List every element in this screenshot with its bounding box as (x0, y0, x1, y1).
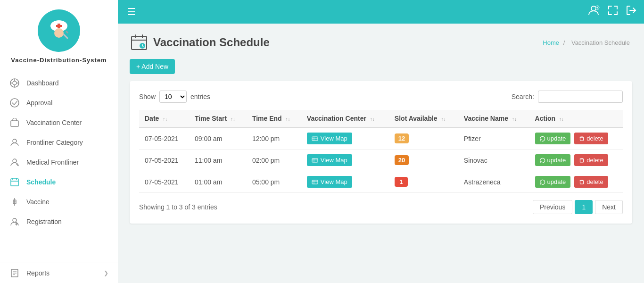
topbar-right (587, 4, 637, 20)
svg-rect-43 (312, 137, 318, 141)
delete-button-0[interactable]: delete (574, 133, 608, 144)
svg-rect-17 (11, 179, 18, 186)
svg-rect-47 (312, 158, 318, 162)
col-date[interactable]: Date ↑↓ (139, 110, 189, 127)
reports-icon (9, 268, 20, 278)
cell-vaccination-center-1: View Map (301, 150, 389, 171)
cell-action-2: update delete (529, 171, 623, 193)
slot-badge-2: 1 (395, 177, 408, 187)
update-button-1[interactable]: update (535, 154, 571, 166)
main-area: ☰ (118, 0, 644, 283)
svg-point-3 (54, 28, 64, 38)
frontliner-category-icon (9, 137, 20, 148)
next-button[interactable]: Next (595, 200, 623, 214)
sort-icon-vaccine-name: ↑↓ (512, 117, 517, 122)
user-settings-icon[interactable] (587, 4, 600, 20)
svg-rect-2 (56, 25, 62, 27)
table-header-row: Date ↑↓ Time Start ↑↓ Time End ↑↓ Vacc (139, 110, 623, 127)
vaccine-icon (9, 197, 20, 207)
page-title: Vaccination Schedule (153, 36, 270, 49)
breadcrumb: Home / Vaccination Schedule (543, 39, 632, 46)
fullscreen-icon[interactable] (607, 5, 619, 19)
dashboard-icon (9, 78, 20, 88)
reports-label: Reports (26, 269, 50, 277)
cell-date-2: 07-05-2021 (139, 171, 189, 193)
page-content: Vaccination Schedule Home / Vaccination … (118, 24, 644, 283)
cell-action-0: update delete (529, 127, 623, 150)
showing-text: Showing 1 to 3 of 3 entries (139, 203, 217, 211)
col-slot-available[interactable]: Slot Available ↑↓ (389, 110, 458, 127)
sidebar-navigation: Dashboard Approval Vaccination Center (0, 68, 118, 236)
cell-vaccination-center-2: View Map (301, 171, 389, 193)
sort-icon-time-start: ↑↓ (231, 117, 235, 122)
sidebar-item-vaccination-center[interactable]: Vaccination Center (0, 113, 118, 133)
cell-time-end-2: 05:00 pm (247, 171, 301, 193)
breadcrumb-home[interactable]: Home (543, 39, 559, 46)
search-section: Search: (512, 91, 623, 103)
search-label: Search: (512, 93, 534, 100)
schedule-icon (9, 177, 20, 187)
update-button-2[interactable]: update (535, 176, 571, 188)
svg-rect-13 (11, 121, 18, 126)
search-input[interactable] (538, 91, 623, 103)
previous-button[interactable]: Previous (533, 200, 572, 214)
page-1-button[interactable]: 1 (575, 200, 593, 214)
col-time-start[interactable]: Time Start ↑↓ (189, 110, 247, 127)
col-vaccination-center[interactable]: Vaccination Center ↑↓ (301, 110, 389, 127)
cell-time-start-2: 01:00 am (189, 171, 247, 193)
logout-icon[interactable] (626, 5, 637, 19)
table-controls: Show 10 25 50 100 entries Search: (139, 91, 623, 103)
sidebar-logo: Vaccine-Distribution-System (6, 0, 111, 68)
svg-point-7 (13, 81, 17, 85)
table-row: 07-05-2021 11:00 am 02:00 pm View Map 20… (139, 150, 623, 171)
approval-icon (9, 98, 20, 108)
sort-icon-action: ↑↓ (559, 117, 564, 122)
sidebar-item-registration[interactable]: Registration (0, 212, 118, 232)
sidebar-item-dashboard[interactable]: Dashboard (0, 73, 118, 93)
update-button-0[interactable]: update (535, 133, 571, 144)
svg-rect-46 (580, 137, 584, 141)
cell-slot-2: 1 (389, 171, 458, 193)
sidebar-item-schedule[interactable]: Schedule (0, 172, 118, 192)
view-map-button-0[interactable]: View Map (307, 133, 352, 144)
slot-badge-0: 12 (395, 133, 409, 143)
table-row: 07-05-2021 01:00 am 05:00 pm View Map 1 … (139, 171, 623, 193)
svg-rect-54 (580, 181, 584, 184)
breadcrumb-separator: / (563, 39, 565, 46)
col-vaccine-name[interactable]: Vaccine Name ↑↓ (458, 110, 529, 127)
cell-slot-0: 12 (389, 127, 458, 150)
registration-icon (9, 216, 20, 227)
sidebar-item-label: Schedule (26, 178, 56, 186)
cell-vaccination-center-0: View Map (301, 127, 389, 150)
slot-badge-1: 20 (395, 155, 409, 165)
hamburger-button[interactable]: ☰ (125, 4, 138, 20)
cell-time-end-0: 12:00 pm (247, 127, 301, 150)
svg-point-15 (13, 159, 17, 163)
cell-vaccine-name-0: Pfizer (458, 127, 529, 150)
sidebar-item-medical-frontliner[interactable]: Medical Frontliner (0, 152, 118, 172)
sidebar-item-reports[interactable]: Reports ❯ (0, 263, 118, 283)
col-action[interactable]: Action ↑↓ (529, 110, 623, 127)
page-header: Vaccination Schedule Home / Vaccination … (130, 33, 632, 52)
table-row: 07-05-2021 09:00 am 12:00 pm View Map 12… (139, 127, 623, 150)
pagination: Previous 1 Next (533, 200, 623, 214)
cell-time-start-1: 11:00 am (189, 150, 247, 171)
sidebar-item-label: Approval (26, 99, 52, 107)
sidebar-item-frontliner-category[interactable]: Frontliner Category (0, 133, 118, 152)
entries-select[interactable]: 10 25 50 100 (159, 91, 187, 103)
view-map-button-2[interactable]: View Map (307, 176, 352, 188)
col-time-end[interactable]: Time End ↑↓ (247, 110, 301, 127)
svg-point-31 (591, 6, 596, 11)
show-label: Show (139, 93, 156, 100)
pagination-section: Showing 1 to 3 of 3 entries Previous 1 N… (139, 200, 623, 214)
view-map-button-1[interactable]: View Map (307, 154, 352, 166)
sidebar-item-approval[interactable]: Approval (0, 93, 118, 113)
svg-rect-51 (312, 180, 318, 184)
delete-button-2[interactable]: delete (574, 176, 608, 188)
sidebar: Vaccine-Distribution-System Dashboard (0, 0, 118, 283)
sort-icon-vaccination-center: ↑↓ (370, 117, 375, 122)
delete-button-1[interactable]: delete (574, 154, 608, 166)
add-new-button[interactable]: + Add New (130, 59, 175, 74)
sidebar-item-vaccine[interactable]: Vaccine (0, 192, 118, 212)
cell-time-start-0: 09:00 am (189, 127, 247, 150)
